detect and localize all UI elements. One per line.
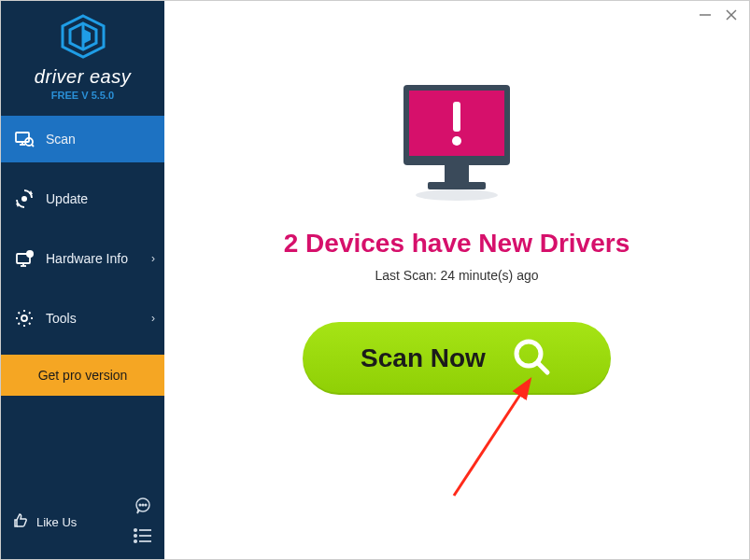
- get-pro-label: Get pro version: [38, 368, 128, 383]
- svg-rect-7: [16, 133, 29, 142]
- app-logo-icon: [59, 14, 107, 63]
- scan-now-button[interactable]: Scan Now: [303, 322, 611, 395]
- svg-point-24: [145, 504, 147, 506]
- feedback-icon[interactable]: [133, 496, 153, 520]
- svg-text:i: i: [29, 251, 31, 258]
- nav-update[interactable]: Update: [1, 175, 164, 222]
- update-icon: [14, 189, 35, 209]
- status-headline: 2 Devices have New Drivers: [284, 229, 630, 259]
- get-pro-button[interactable]: Get pro version: [1, 355, 164, 396]
- svg-point-29: [134, 540, 136, 542]
- main-panel: 2 Devices have New Drivers Last Scan: 24…: [164, 1, 749, 559]
- nav-tools[interactable]: Tools ›: [1, 295, 164, 342]
- nav-scan[interactable]: Scan: [1, 116, 164, 162]
- svg-marker-6: [83, 29, 91, 44]
- close-button[interactable]: [725, 8, 738, 21]
- hardware-info-icon: i: [14, 248, 35, 269]
- like-us-label: Like Us: [36, 515, 77, 529]
- svg-point-14: [21, 196, 27, 202]
- nav-hardware-label: Hardware Info: [46, 251, 128, 266]
- scan-now-label: Scan Now: [361, 343, 486, 373]
- nav-scan-label: Scan: [46, 132, 76, 147]
- thumbs-up-icon: [12, 512, 29, 532]
- tools-icon: [14, 308, 35, 329]
- nav-hardware-info[interactable]: i Hardware Info ›: [1, 235, 164, 282]
- chevron-right-icon: ›: [151, 312, 155, 325]
- svg-point-23: [142, 504, 144, 506]
- svg-rect-33: [445, 165, 469, 182]
- app-name: driver easy: [1, 66, 164, 88]
- last-scan-text: Last Scan: 24 minute(s) ago: [375, 268, 538, 283]
- sidebar: driver easy FREE V 5.5.0 Scan: [1, 1, 164, 559]
- menu-list-icon[interactable]: [133, 527, 153, 548]
- svg-point-37: [452, 136, 461, 146]
- svg-point-25: [134, 529, 136, 531]
- app-window: driver easy FREE V 5.5.0 Scan: [0, 0, 750, 560]
- alert-monitor-icon: [387, 76, 527, 210]
- window-controls: [687, 1, 749, 29]
- svg-line-11: [32, 145, 34, 147]
- scan-icon: [14, 129, 35, 149]
- svg-point-35: [416, 189, 498, 201]
- svg-point-20: [21, 315, 27, 321]
- svg-line-39: [538, 363, 547, 372]
- like-us-button[interactable]: Like Us: [12, 512, 77, 532]
- svg-point-27: [134, 535, 136, 537]
- minimize-button[interactable]: [699, 8, 712, 21]
- nav-update-label: Update: [46, 191, 88, 206]
- nav-tools-label: Tools: [46, 311, 77, 326]
- sidebar-footer: Like Us: [1, 486, 164, 559]
- svg-line-40: [454, 382, 529, 496]
- svg-rect-34: [428, 182, 486, 189]
- app-version: FREE V 5.5.0: [1, 90, 164, 101]
- nav: Scan Update: [1, 116, 164, 355]
- chevron-right-icon: ›: [151, 252, 155, 265]
- svg-point-22: [139, 504, 141, 506]
- magnifier-icon: [510, 335, 553, 382]
- brand-block: driver easy FREE V 5.5.0: [1, 1, 164, 110]
- svg-rect-36: [453, 102, 460, 132]
